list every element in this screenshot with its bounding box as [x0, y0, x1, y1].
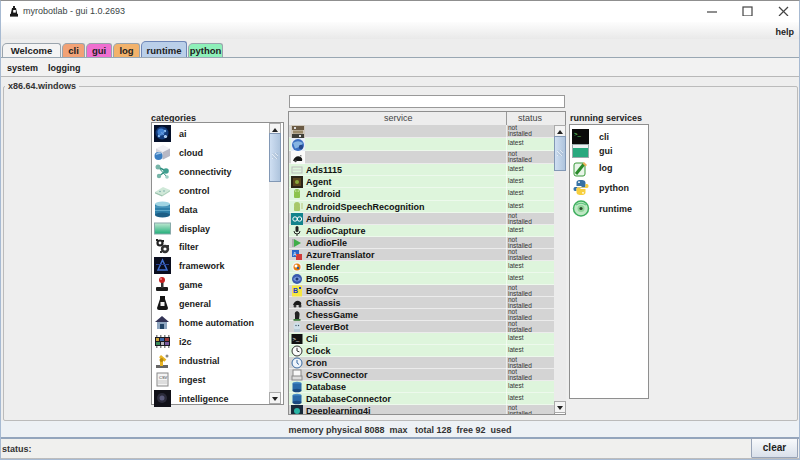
- svg-text:B: B: [293, 287, 298, 294]
- svg-text:CSV: CSV: [159, 375, 168, 380]
- svg-text:>_: >_: [293, 336, 301, 342]
- svg-text:>_: >_: [574, 131, 582, 137]
